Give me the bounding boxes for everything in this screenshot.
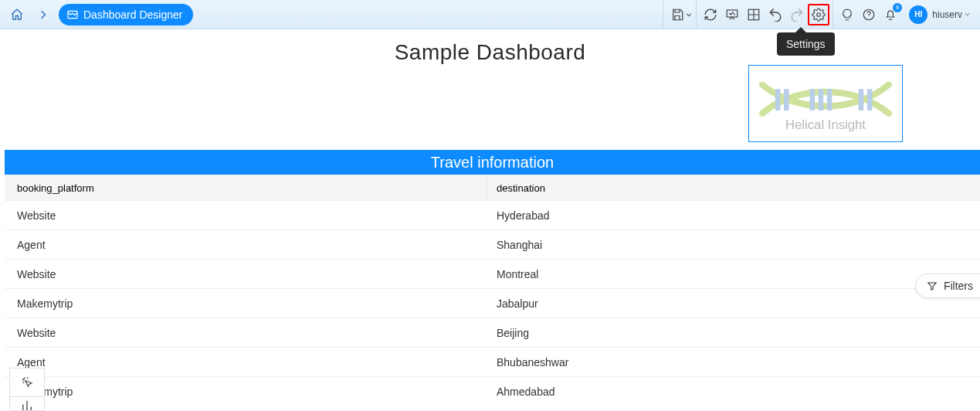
cell-destination: Jabalpur: [487, 297, 980, 310]
svg-point-3: [817, 12, 821, 16]
svg-rect-6: [784, 89, 789, 110]
present-icon: [725, 8, 739, 22]
settings-button[interactable]: [808, 4, 829, 25]
logo-text: Helical Insight: [785, 117, 866, 132]
notifications-button[interactable]: 8: [880, 4, 901, 25]
layout-icon: [747, 8, 761, 22]
bulb-icon: [840, 8, 854, 22]
filters-label: Filters: [944, 280, 973, 292]
table-row[interactable]: AgentBhubaneshwar: [5, 348, 980, 377]
svg-rect-5: [775, 89, 781, 110]
cell-destination: Bhubaneshwar: [487, 356, 980, 369]
dashboard-icon: [66, 8, 79, 21]
cell-booking-platform: Website: [5, 327, 487, 339]
save-icon: [670, 8, 684, 22]
chevron-right-icon: [38, 9, 49, 20]
help-icon: [862, 8, 876, 22]
table-row[interactable]: WebsiteHyderabad: [5, 201, 980, 230]
table-header: booking_platform destination: [5, 175, 980, 201]
settings-tooltip: Settings: [777, 32, 835, 56]
cell-destination: Shanghai: [487, 239, 980, 251]
undo-icon: [768, 8, 782, 22]
cell-booking-platform: Website: [5, 268, 487, 280]
user-avatar: HI: [909, 5, 927, 24]
table-row[interactable]: WebsiteMontreal: [5, 260, 980, 289]
layout-button[interactable]: [743, 4, 765, 25]
filter-icon: [927, 280, 938, 291]
svg-rect-7: [810, 89, 816, 110]
redo-icon: [790, 8, 804, 22]
toolbar-group-2: [696, 0, 832, 29]
refresh-icon: [704, 8, 717, 22]
filters-button[interactable]: Filters: [915, 273, 980, 298]
user-name: hiuserv: [932, 9, 971, 20]
logo-widget[interactable]: Helical Insight: [748, 65, 903, 142]
present-button[interactable]: [721, 4, 743, 25]
table-body[interactable]: WebsiteHyderabadAgentShanghaiWebsiteMont…: [5, 201, 980, 402]
notification-badge: 8: [893, 3, 902, 12]
pointer-click-icon: [20, 375, 34, 389]
refresh-button[interactable]: [700, 4, 721, 25]
cell-destination: Hyderabad: [487, 209, 980, 222]
breadcrumb-next[interactable]: [32, 4, 54, 25]
cell-destination: Beijing: [487, 327, 980, 339]
table-section-title: Travel information: [5, 150, 980, 175]
canvas: Sample Dashboard Helical Insight Travel …: [0, 29, 980, 411]
col-header-destination[interactable]: destination: [487, 182, 980, 194]
svg-rect-0: [68, 11, 77, 18]
breadcrumb-current[interactable]: Dashboard Designer: [59, 4, 193, 25]
user-menu[interactable]: HI hiuserv: [904, 5, 974, 24]
redo-button: [786, 4, 808, 25]
svg-rect-10: [859, 89, 864, 110]
help-button[interactable]: [858, 4, 880, 25]
floating-actions: [9, 368, 45, 411]
topbar-left: Dashboard Designer: [6, 4, 193, 25]
helical-insight-logo: Helical Insight: [754, 70, 897, 138]
topbar: Dashboard Designer: [0, 0, 980, 29]
table-widget: Travel information booking_platform dest…: [5, 150, 980, 402]
topbar-right: 8 HI hiuserv: [663, 0, 974, 29]
table-row[interactable]: AgentShanghai: [5, 230, 980, 260]
cell-booking-platform: Website: [5, 209, 487, 222]
table-row[interactable]: WebsiteBeijing: [5, 318, 980, 348]
save-button[interactable]: [666, 4, 688, 25]
table-row[interactable]: MakemytripAhmedabad: [5, 377, 980, 402]
svg-rect-11: [867, 89, 873, 110]
caret-down-icon: [964, 11, 971, 18]
bar-chart-icon: [20, 399, 34, 411]
home-button[interactable]: [6, 4, 28, 25]
cell-booking-platform: Agent: [5, 239, 487, 251]
cell-destination: Ahmedabad: [487, 386, 980, 398]
breadcrumb-label: Dashboard Designer: [83, 8, 182, 21]
cell-booking-platform: Agent: [5, 356, 487, 369]
cell-booking-platform: Makemytrip: [5, 386, 487, 398]
chart-mode-button[interactable]: [9, 397, 45, 411]
svg-rect-9: [827, 89, 832, 110]
toolbar-group-1: [663, 0, 696, 29]
cell-destination: Montreal: [487, 268, 980, 280]
cell-booking-platform: Makemytrip: [5, 297, 487, 310]
gear-icon: [812, 8, 826, 22]
undo-button[interactable]: [765, 4, 786, 25]
idea-button[interactable]: [836, 4, 858, 25]
svg-rect-8: [819, 89, 824, 110]
table-row[interactable]: MakemytripJabalpur: [5, 289, 980, 318]
toolbar-group-3: 8: [832, 0, 904, 29]
home-icon: [10, 8, 24, 22]
interact-mode-button[interactable]: [9, 368, 45, 397]
col-header-booking-platform[interactable]: booking_platform: [5, 175, 487, 200]
